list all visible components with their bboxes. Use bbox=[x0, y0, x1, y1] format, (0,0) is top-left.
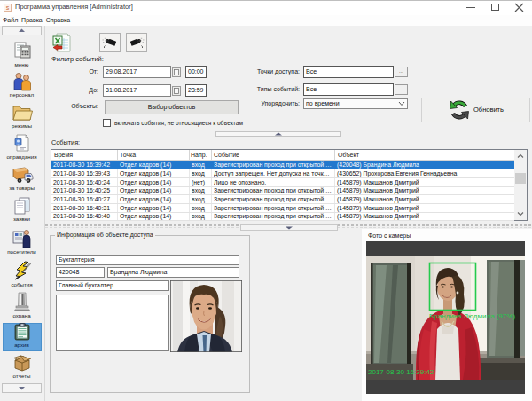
svg-text:Брандина Людмила (97%): Брандина Людмила (97%) bbox=[429, 312, 516, 320]
svg-text:s: s bbox=[6, 4, 10, 11]
svg-text:2017-08-30 16:39:42: 2017-08-30 16:39:42 bbox=[368, 368, 434, 376]
